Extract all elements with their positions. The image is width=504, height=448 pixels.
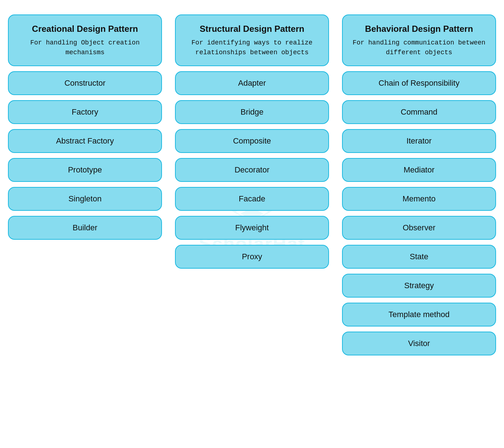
header-title-behavioral: Behavioral Design Pattern [365,23,473,34]
item-card-structural-6[interactable]: Proxy [175,245,329,269]
item-card-structural-0[interactable]: Adapter [175,71,329,95]
header-title-creational: Creational Design Pattern [32,23,138,34]
header-desc-structural: For identifying ways to realize relation… [182,38,322,57]
header-title-structural: Structural Design Pattern [200,23,304,34]
item-card-behavioral-3[interactable]: Mediator [342,158,496,182]
column-structural: Structural Design PatternFor identifying… [175,14,329,355]
item-card-behavioral-2[interactable]: Iterator [342,129,496,153]
header-desc-creational: For handling Object creation mechanisms [15,38,155,57]
item-card-structural-2[interactable]: Composite [175,129,329,153]
item-card-creational-0[interactable]: Constructor [8,71,162,95]
item-card-structural-3[interactable]: Decorator [175,158,329,182]
item-card-creational-4[interactable]: Singleton [8,187,162,211]
header-card-structural: Structural Design PatternFor identifying… [175,14,329,66]
item-card-behavioral-5[interactable]: Observer [342,216,496,240]
item-card-behavioral-0[interactable]: Chain of Responsibility [342,71,496,95]
item-card-creational-5[interactable]: Builder [8,216,162,240]
item-card-creational-1[interactable]: Factory [8,100,162,124]
header-card-creational: Creational Design PatternFor handling Ob… [8,14,162,66]
item-card-structural-5[interactable]: Flyweight [175,216,329,240]
item-card-structural-1[interactable]: Bridge [175,100,329,124]
main-container: Creational Design PatternFor handling Ob… [8,14,496,355]
column-behavioral: Behavioral Design PatternFor handling co… [342,14,496,355]
item-card-behavioral-1[interactable]: Command [342,100,496,124]
column-creational: Creational Design PatternFor handling Ob… [8,14,162,355]
item-card-behavioral-4[interactable]: Memento [342,187,496,211]
item-card-behavioral-6[interactable]: State [342,245,496,269]
item-card-structural-4[interactable]: Facade [175,187,329,211]
header-card-behavioral: Behavioral Design PatternFor handling co… [342,14,496,66]
item-card-creational-3[interactable]: Prototype [8,158,162,182]
item-card-creational-2[interactable]: Abstract Factory [8,129,162,153]
item-card-behavioral-7[interactable]: Strategy [342,274,496,298]
item-card-behavioral-8[interactable]: Template method [342,303,496,327]
header-desc-behavioral: For handling communication between diffe… [349,38,489,57]
item-card-behavioral-9[interactable]: Visitor [342,332,496,355]
